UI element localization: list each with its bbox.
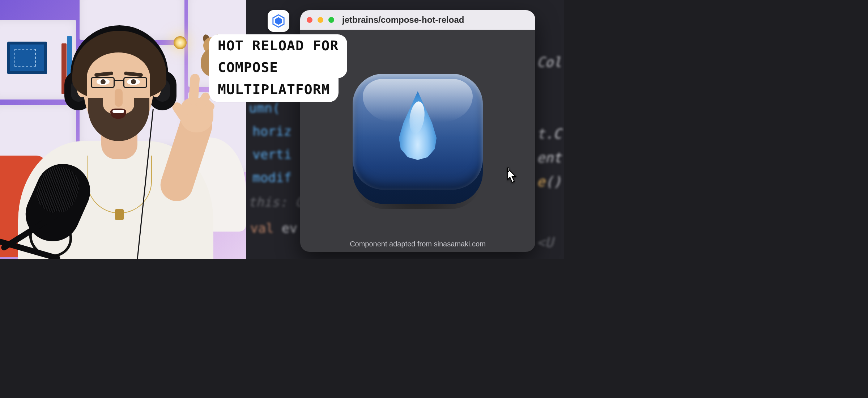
pointer-cursor-icon <box>503 167 519 185</box>
water-drop-icon <box>395 91 440 160</box>
code-val: val ev <box>250 221 297 236</box>
code-frag: <U <box>537 234 553 250</box>
code-frag: Col <box>537 54 562 70</box>
zoom-icon[interactable] <box>328 17 334 23</box>
minimize-icon[interactable] <box>318 17 323 23</box>
window-titlebar[interactable]: jetbrains/compose-hot-reload <box>300 10 535 30</box>
code-frag: ent <box>537 150 562 166</box>
window-title: jetbrains/compose-hot-reload <box>342 15 464 25</box>
code-frag: e() <box>537 174 562 190</box>
code-param: modif <box>252 170 292 185</box>
code-param: horiz <box>252 124 292 139</box>
svg-rect-2 <box>507 168 509 172</box>
jetbrains-toolbox-icon[interactable] <box>268 10 289 32</box>
code-fragment: umn( <box>249 101 280 115</box>
code-frag: t.C <box>537 126 562 142</box>
credit-text: Component adapted from sinasamaki.com <box>300 240 535 248</box>
title-line-3: MULTIPLATFORM <box>209 78 339 102</box>
title-line-1: HOT RELOAD FOR <box>209 34 347 56</box>
svg-marker-1 <box>275 17 282 25</box>
editor-code-right-edge: Col t.C ent e() <U <box>537 0 564 259</box>
microphone <box>0 152 101 259</box>
code-param: verti <box>252 147 292 162</box>
video-title-overlay: HOT RELOAD FOR COMPOSE MULTIPLATFORM <box>209 34 347 102</box>
aqua-button[interactable] <box>353 74 483 208</box>
title-line-2: COMPOSE <box>209 56 347 79</box>
close-icon[interactable] <box>307 17 312 23</box>
